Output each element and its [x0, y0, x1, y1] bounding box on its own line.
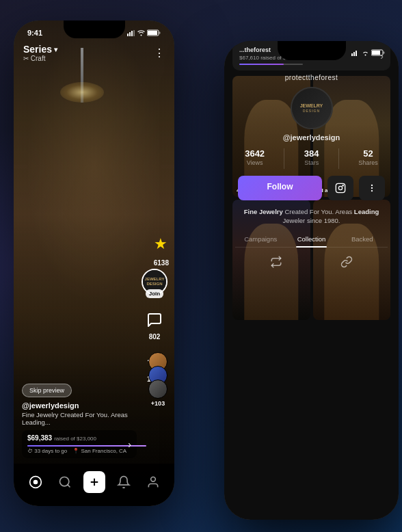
tab-collection[interactable]: Collection: [286, 231, 336, 247]
svg-point-26: [371, 187, 373, 189]
stat-divider-1: [284, 148, 284, 169]
repost-icon[interactable]: [270, 256, 282, 271]
phone-right: protecttheforest JEWELRY DESIGN @jewerly…: [224, 41, 399, 520]
bottom-nav: [14, 464, 174, 506]
scene: 9:41: [0, 0, 402, 532]
svg-point-15: [150, 477, 155, 482]
comment-count: 802: [149, 333, 161, 341]
top-left-info: Series ▾ ✂ Craft: [23, 44, 57, 62]
notch-right: [278, 41, 346, 60]
svg-rect-3: [133, 30, 135, 36]
star-icon: ★: [154, 235, 168, 253]
tab-campaigns[interactable]: Campaigns: [235, 231, 286, 247]
stars-value: 384: [304, 148, 319, 159]
backer-avatar-3: [148, 380, 168, 399]
instagram-button[interactable]: [327, 176, 353, 200]
campaign-progress-bar: [239, 64, 303, 65]
svg-rect-17: [353, 52, 355, 56]
funding-card[interactable]: $69,383 raised of $23,000 ⏱ 33 days to g…: [22, 430, 137, 458]
stat-shares: 52 Shares: [358, 148, 378, 169]
creator-name: @jewerlydesign: [22, 401, 137, 410]
funding-progress-bar: [27, 445, 126, 447]
shares-label: Shares: [358, 159, 378, 166]
nav-create-button[interactable]: [83, 471, 105, 493]
funding-goal: raised of $23,000: [54, 436, 96, 442]
views-value: 3642: [245, 148, 265, 159]
tab-backed[interactable]: Backed: [337, 231, 388, 247]
days-left: ⏱ 33 days to go: [27, 448, 67, 454]
funding-arrow-button[interactable]: ›: [128, 439, 131, 450]
backer-count: +103: [151, 400, 165, 407]
funding-info: $69,383 raised of $23,000 ⏱ 33 days to g…: [27, 434, 126, 454]
more-options-button[interactable]: ⋮: [154, 48, 165, 59]
svg-rect-22: [336, 183, 345, 192]
battery-icon-right: [371, 49, 385, 56]
creator-avatar-container[interactable]: JEWELRYDESIGN Join: [142, 269, 168, 298]
views-label: Views: [247, 159, 263, 166]
svg-point-25: [371, 185, 373, 186]
nav-profile-button[interactable]: [142, 471, 164, 493]
svg-point-23: [338, 186, 342, 189]
stacked-avatars: +103: [148, 352, 168, 407]
shares-value: 52: [363, 148, 373, 159]
funding-amount-row: $69,383 raised of $23,000: [27, 434, 126, 442]
profile-avatar: JEWELRY DESIGN: [291, 87, 333, 129]
svg-rect-5: [159, 32, 161, 34]
bio-text: Fine Jewelry Created For You. Areas Lead…: [235, 207, 388, 226]
profile-username: protecttheforest: [285, 74, 338, 81]
avatar-inner: JEWELRY DESIGN: [292, 88, 332, 128]
svg-rect-20: [384, 52, 385, 54]
svg-point-11: [59, 477, 68, 486]
join-badge[interactable]: Join: [146, 289, 163, 298]
more-options-button-right[interactable]: [359, 176, 385, 200]
stars-label: Stars: [304, 159, 319, 166]
top-bar-left: Series ▾ ✂ Craft ⋮: [23, 44, 165, 62]
signal-icon-left: [127, 30, 135, 36]
star-count: 6138: [154, 259, 169, 267]
avatar-text: JEWELRY DESIGN: [300, 103, 323, 113]
svg-point-10: [33, 480, 38, 485]
battery-icon-left: [147, 29, 161, 36]
action-icons-row: [235, 253, 388, 274]
nav-search-button[interactable]: [54, 471, 76, 493]
location: 📍 San Francisco, CA: [72, 448, 126, 454]
craft-label: ✂ Craft: [23, 55, 57, 62]
series-chevron: ▾: [54, 46, 57, 53]
svg-line-12: [67, 485, 70, 488]
nav-notifications-button[interactable]: [113, 471, 135, 493]
stat-views: 3642 Views: [245, 148, 265, 169]
follow-button[interactable]: Follow: [238, 176, 322, 200]
svg-rect-2: [131, 31, 133, 36]
creator-description: Fine Jewelry Created For You. Areas Lead…: [22, 411, 137, 426]
stat-stars: 384 Stars: [304, 148, 319, 169]
status-icons-left: [127, 29, 161, 36]
svg-rect-16: [351, 53, 353, 56]
link-icon[interactable]: [340, 256, 353, 271]
profile-tabs: Campaigns Collection Backed: [235, 231, 388, 248]
skip-preview-button[interactable]: Skip preview: [22, 384, 72, 397]
comment-icon: [144, 309, 165, 331]
nav-home-button[interactable]: [25, 471, 46, 493]
svg-point-27: [371, 190, 373, 191]
series-label[interactable]: Series ▾: [23, 44, 57, 55]
svg-rect-6: [148, 31, 157, 35]
profile-section: protecttheforest JEWELRY DESIGN @jewerly…: [224, 67, 399, 280]
bottom-info: Skip preview @jewerlydesign Fine Jewelry…: [22, 383, 137, 458]
stats-row: 3642 Views 384 Stars 52 Shares: [235, 148, 388, 169]
svg-rect-1: [129, 32, 131, 36]
comment-button[interactable]: 802: [144, 309, 165, 341]
svg-point-24: [343, 185, 343, 186]
stat-divider-2: [338, 148, 339, 169]
time-left: 9:41: [27, 29, 42, 37]
funding-meta: ⏱ 33 days to go 📍 San Francisco, CA: [27, 448, 126, 454]
wifi-icon-left: [137, 30, 145, 36]
phone-left: 9:41: [14, 21, 174, 506]
status-icons-right: [351, 49, 385, 56]
signal-icon-right: [351, 50, 360, 56]
campaign-progress-fill: [239, 64, 284, 65]
funding-amount: $69,383: [27, 434, 52, 442]
svg-rect-0: [127, 34, 129, 36]
notch-left: [64, 21, 125, 38]
profile-handle: @jewerlydesign: [283, 133, 340, 142]
svg-rect-18: [356, 51, 357, 56]
